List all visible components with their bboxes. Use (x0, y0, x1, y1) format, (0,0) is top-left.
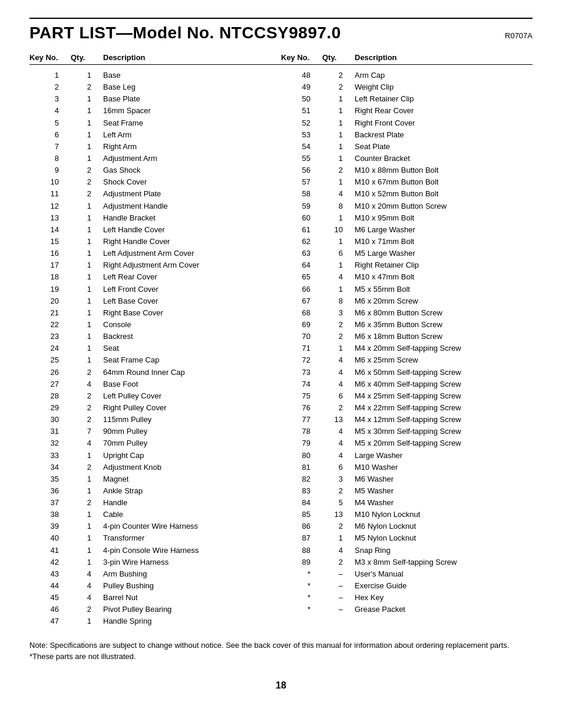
part-key: 15 (29, 236, 71, 248)
part-desc: Handle Spring (103, 615, 281, 627)
list-item: 4 1 16mm Spacer (29, 105, 281, 117)
part-desc: Adjustment Arm (103, 153, 281, 164)
part-key: 45 (29, 592, 71, 604)
part-desc: M4 x 22mm Self-tapping Screw (355, 402, 533, 414)
list-item: 36 1 Ankle Strap (29, 485, 281, 497)
part-qty: 1 (71, 319, 103, 331)
part-desc: 4-pin Counter Wire Harness (103, 521, 281, 532)
part-desc: Ankle Strap (103, 485, 281, 497)
part-qty: 4 (322, 354, 355, 366)
col-left-header: Key No. Qty. Description (29, 53, 281, 62)
part-qty: – (322, 580, 355, 592)
list-item: 80 4 Large Washer (281, 450, 533, 462)
header-line (29, 18, 533, 19)
part-key: 77 (281, 414, 322, 426)
part-desc: Backrest (103, 331, 281, 342)
part-qty: 1 (322, 153, 355, 164)
part-qty: 1 (71, 331, 103, 342)
part-qty: 4 (322, 450, 355, 462)
part-qty: 2 (322, 70, 355, 81)
part-desc: M5 Washer (355, 485, 533, 497)
part-qty: 1 (322, 141, 355, 153)
part-desc: M6 x 50mm Self-tapping Screw (355, 367, 533, 378)
part-key: 81 (281, 462, 322, 473)
col-keyno-header-right: Key No. (281, 53, 322, 62)
part-qty: 1 (71, 70, 103, 81)
list-item: 71 1 M4 x 20mm Self-tapping Screw (281, 342, 533, 354)
part-qty: 2 (71, 497, 103, 509)
part-key: 50 (281, 93, 322, 105)
part-desc: M3 x 8mm Self-tapping Screw (355, 556, 533, 568)
part-key: 49 (281, 81, 322, 93)
part-key: 56 (281, 164, 322, 176)
part-qty: 4 (71, 568, 103, 580)
part-desc: Weight Clip (355, 81, 533, 93)
part-key: 88 (281, 545, 322, 556)
part-qty: 1 (322, 212, 355, 224)
part-key: 32 (29, 437, 71, 449)
list-item: 60 1 M10 x 95mm Bolt (281, 212, 533, 224)
list-item: 2 2 Base Leg (29, 81, 281, 93)
list-item: 79 4 M5 x 20mm Self-tapping Screw (281, 437, 533, 449)
part-qty: 1 (322, 93, 355, 105)
list-item: * – Exercise Guide (281, 580, 533, 592)
part-key: 75 (281, 390, 322, 402)
part-desc: Shock Cover (103, 176, 281, 188)
part-qty: 1 (71, 93, 103, 105)
part-desc: M6 x 80mm Button Screw (355, 307, 533, 319)
list-item: 32 4 70mm Pulley (29, 437, 281, 449)
part-qty: 4 (71, 580, 103, 592)
part-desc: M10 x 52mm Button Bolt (355, 188, 533, 200)
part-key: 79 (281, 437, 322, 449)
parts-table: 1 1 Base 2 2 Base Leg 3 1 Base Plate 4 1… (29, 70, 533, 628)
part-qty: 6 (322, 462, 355, 473)
part-key: 17 (29, 259, 71, 271)
part-desc: M5 Nylon Locknut (355, 532, 533, 544)
list-item: 25 1 Seat Frame Cap (29, 354, 281, 366)
part-desc: Left Adjustment Arm Cover (103, 248, 281, 259)
part-desc: M10 x 67mm Button Bolt (355, 176, 533, 188)
list-item: 47 1 Handle Spring (29, 615, 281, 627)
part-desc: M6 Large Washer (355, 224, 533, 236)
part-qty: 10 (322, 224, 355, 236)
part-key: 61 (281, 224, 322, 236)
part-desc: M4 x 12mm Self-tapping Screw (355, 414, 533, 426)
part-qty: 13 (322, 414, 355, 426)
list-item: 88 4 Snap Ring (281, 545, 533, 556)
col-qty-header-left: Qty. (71, 53, 103, 62)
part-qty: 1 (71, 200, 103, 212)
list-item: 64 1 Right Retainer Clip (281, 259, 533, 271)
part-qty: 1 (322, 532, 355, 544)
list-item: 89 2 M3 x 8mm Self-tapping Screw (281, 556, 533, 568)
list-item: 3 1 Base Plate (29, 93, 281, 105)
part-qty: 3 (322, 473, 355, 485)
part-qty: 1 (71, 485, 103, 497)
part-key: 59 (281, 200, 322, 212)
list-item: 6 1 Left Arm (29, 129, 281, 141)
part-desc: 115mm Pulley (103, 414, 281, 426)
part-qty: 1 (71, 450, 103, 462)
part-qty: 1 (71, 117, 103, 129)
list-item: 70 2 M6 x 18mm Button Screw (281, 331, 533, 342)
part-qty: 4 (322, 367, 355, 378)
part-qty: – (322, 568, 355, 580)
part-key: 57 (281, 176, 322, 188)
part-key: 42 (29, 556, 71, 568)
part-desc: Right Base Cover (103, 307, 281, 319)
part-qty: 13 (322, 509, 355, 521)
part-desc: Seat Plate (355, 141, 533, 153)
list-item: 63 6 M5 Large Washer (281, 248, 533, 259)
part-desc: Seat Frame (103, 117, 281, 129)
page-footer: 18 (29, 680, 533, 691)
list-item: 78 4 M5 x 30mm Self-tapping Screw (281, 426, 533, 437)
part-desc: M10 x 20mm Button Screw (355, 200, 533, 212)
part-key: 43 (29, 568, 71, 580)
part-qty: 2 (322, 81, 355, 93)
part-qty: – (322, 604, 355, 615)
part-qty: 1 (322, 176, 355, 188)
part-qty: 1 (71, 532, 103, 544)
list-item: 59 8 M10 x 20mm Button Screw (281, 200, 533, 212)
part-key: 3 (29, 93, 71, 105)
part-qty: 1 (71, 212, 103, 224)
list-item: 68 3 M6 x 80mm Button Screw (281, 307, 533, 319)
